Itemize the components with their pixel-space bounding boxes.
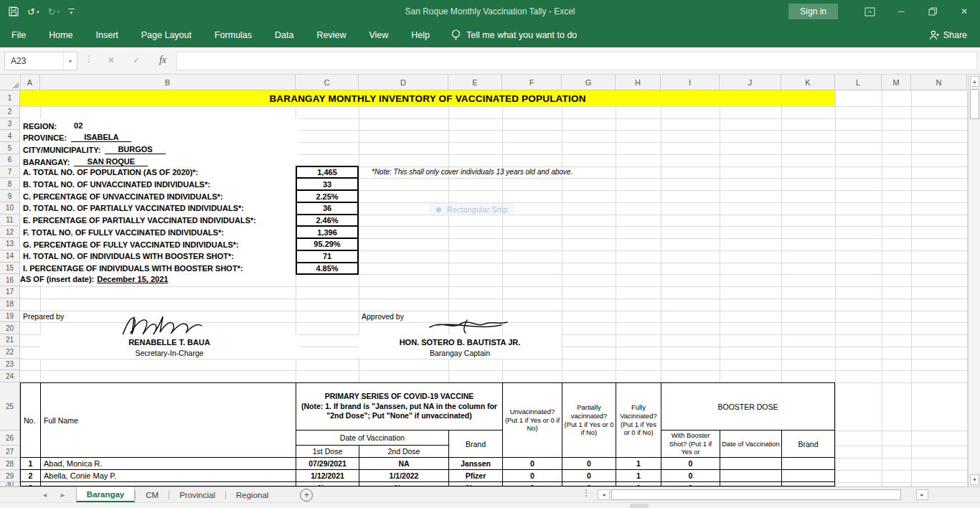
table-cell[interactable] xyxy=(782,470,835,482)
table-cell[interactable]: Abad, Monica R. xyxy=(41,458,296,470)
ribbon-display-options-icon[interactable] xyxy=(854,0,885,23)
close-button[interactable]: ✕ xyxy=(948,0,980,23)
table-cell[interactable]: 0 xyxy=(503,470,562,482)
row-header-12[interactable]: 12 xyxy=(0,226,19,238)
column-header-m[interactable]: M xyxy=(882,75,911,90)
sign-in-button[interactable]: Sign in xyxy=(788,4,838,19)
row-header-8[interactable]: 8 xyxy=(0,178,19,190)
row-header-15[interactable]: 15 xyxy=(0,263,19,275)
row-header-6[interactable]: 6 xyxy=(0,154,19,166)
table-cell[interactable]: 0 xyxy=(661,470,720,482)
column-header-f[interactable]: F xyxy=(502,75,562,90)
restore-button[interactable] xyxy=(917,0,948,23)
redo-dropdown-icon[interactable]: ▾ xyxy=(57,9,60,14)
stat-label-8[interactable]: I. PERCENTAGE OF INDIVIDUALS WITH BOOSTE… xyxy=(20,263,298,275)
stat-label-0[interactable]: A. TOTAL NO. OF POPULATION (AS OF 2020)*… xyxy=(20,166,298,179)
header-date-of-vaccination[interactable]: Date of Vaccination xyxy=(296,431,449,446)
ribbon-tab-home[interactable]: Home xyxy=(37,23,84,47)
header-fully-vaccinated[interactable]: Fully Vacinnated? (Put 1 if Yes or 0 if … xyxy=(616,383,661,458)
select-all-corner[interactable] xyxy=(0,75,21,90)
formula-bar-splitter[interactable]: ⋮ xyxy=(85,54,93,64)
name-box-dropdown-icon[interactable]: ▼ xyxy=(63,52,77,70)
undo-dropdown-icon[interactable]: ▾ xyxy=(37,9,39,14)
scroll-right-icon[interactable]: ► xyxy=(916,489,928,500)
table-cell[interactable]: None xyxy=(449,482,503,486)
table-cell[interactable]: 1 xyxy=(616,482,661,486)
stat-label-4[interactable]: E. PERCENTAGE OF PARTIALLY VACCINATED IN… xyxy=(20,215,298,227)
row-header-4[interactable]: 4 xyxy=(0,130,19,142)
column-header-c[interactable]: C xyxy=(296,75,359,90)
header-partially-vaccinated[interactable]: Partially vacinnated? (Put 1 if Yes or 0… xyxy=(562,383,616,458)
header-no[interactable]: No. xyxy=(21,383,41,458)
scroll-up-icon[interactable]: ▲ xyxy=(970,76,979,87)
row-header-22[interactable]: 22 xyxy=(0,347,19,359)
sheet-title-cell[interactable]: BARANGAY MONTHLY INVENTORY OF VACCINATED… xyxy=(20,90,835,106)
header-booster-brand[interactable]: Brand xyxy=(782,431,835,458)
save-icon[interactable] xyxy=(9,6,19,17)
field-barangay[interactable]: BARANGAY:SAN ROQUE xyxy=(20,154,298,166)
column-header-k[interactable]: K xyxy=(781,75,835,90)
row-header-23[interactable]: 23 xyxy=(0,359,19,371)
row-header-5[interactable]: 5 xyxy=(0,142,19,154)
row-header-2[interactable]: 2 xyxy=(0,106,19,118)
header-2nd-dose[interactable]: 2nd Dose xyxy=(359,446,449,458)
approved-by-label[interactable]: Approved by xyxy=(362,312,404,321)
new-sheet-icon[interactable]: + xyxy=(300,489,313,502)
table-cell[interactable]: 0 xyxy=(562,470,616,482)
sheet-nav-right-icon[interactable]: ► xyxy=(60,491,66,499)
header-booster-dose[interactable]: BOOSTER DOSE xyxy=(661,383,835,431)
row-header-10[interactable]: 10 xyxy=(0,202,19,215)
row-header-9[interactable]: 9 xyxy=(0,190,19,202)
table-cell[interactable]: None xyxy=(296,482,359,486)
scroll-down-icon[interactable]: ▼ xyxy=(970,474,979,485)
sheet-tab-barangay[interactable]: Barangay xyxy=(76,487,135,502)
header-booster-date[interactable]: Date of Vaccination xyxy=(720,431,782,458)
table-cell[interactable]: 07/29/2021 xyxy=(296,458,359,470)
sheet-tab-provincial[interactable]: Provincial xyxy=(169,487,225,502)
row-header-27[interactable]: 27 xyxy=(0,446,19,458)
table-cell[interactable] xyxy=(41,482,296,486)
tell-me-box[interactable]: Tell me what you want to do xyxy=(451,29,577,42)
stat-value-8[interactable]: 4.85% xyxy=(296,262,359,276)
approved-title-cell[interactable]: Barangay Captain xyxy=(359,347,561,359)
table-cell[interactable]: 1/12/2021 xyxy=(296,470,359,482)
table-cell[interactable]: 1/1/2022 xyxy=(359,470,449,482)
vertical-scrollbar[interactable]: ▲ ▼ xyxy=(968,75,980,486)
horizontal-scroll-thumb[interactable] xyxy=(611,489,901,500)
table-cell[interactable]: 1 xyxy=(616,458,661,470)
stat-label-6[interactable]: G. PERCENTAGE OF FULLY VACCINATED INDIVI… xyxy=(20,238,298,250)
field-region[interactable]: REGION:02 xyxy=(20,118,298,131)
table-cell[interactable]: 0 xyxy=(661,482,720,486)
header-brand[interactable]: Brand xyxy=(449,431,503,458)
undo-icon[interactable]: ↺▾ xyxy=(27,7,39,17)
row-header-28[interactable]: 28 xyxy=(0,458,19,470)
row-header-16[interactable]: 16 xyxy=(0,274,19,286)
row-header-18[interactable]: 18 xyxy=(0,298,19,311)
stat-label-7[interactable]: H. TOTAL NO. OF INDIVIDUALS WITH BOOSTER… xyxy=(20,250,298,263)
row-header-3[interactable]: 3 xyxy=(0,118,19,131)
sheet-tab-regional[interactable]: Regional xyxy=(226,487,278,502)
row-header-1[interactable]: 1 xyxy=(0,90,19,106)
field-citymunicipality[interactable]: CITY/MUNICIPALITY:BURGOS xyxy=(20,142,298,154)
prepared-by-label[interactable]: Prepared by xyxy=(23,312,64,321)
customize-qat-icon[interactable]: ▾ xyxy=(68,9,75,15)
table-cell[interactable]: 0 xyxy=(562,482,616,486)
cancel-formula-icon[interactable]: ✕ xyxy=(100,52,122,69)
table-cell[interactable]: 0 xyxy=(562,458,616,470)
stat-label-1[interactable]: B. TOTAL NO. OF UNVACCINATED INDIVIDUALS… xyxy=(20,178,298,190)
table-cell[interactable] xyxy=(720,482,782,486)
row-header-25[interactable]: 25 xyxy=(0,382,19,431)
sheet-tab-cm[interactable]: CM xyxy=(136,487,169,502)
table-cell[interactable]: 0 xyxy=(503,482,562,486)
header-1st-dose[interactable]: 1st Dose xyxy=(296,446,359,458)
row-header-20[interactable]: 20 xyxy=(0,322,19,334)
ribbon-tab-formulas[interactable]: Formulas xyxy=(203,23,263,47)
table-cell[interactable]: Janssen xyxy=(449,458,503,470)
share-button[interactable]: Share xyxy=(929,30,967,40)
field-province[interactable]: PROVINCE:ISABELA xyxy=(20,130,298,142)
table-cell[interactable]: NA xyxy=(359,458,449,470)
header-with-booster-shot[interactable]: With Booster Shot? (Put 1 if Yes or xyxy=(661,431,720,458)
table-cell[interactable]: 0 xyxy=(661,458,720,470)
row-header-29[interactable]: 29 xyxy=(0,470,19,482)
column-header-b[interactable]: B xyxy=(40,75,296,90)
